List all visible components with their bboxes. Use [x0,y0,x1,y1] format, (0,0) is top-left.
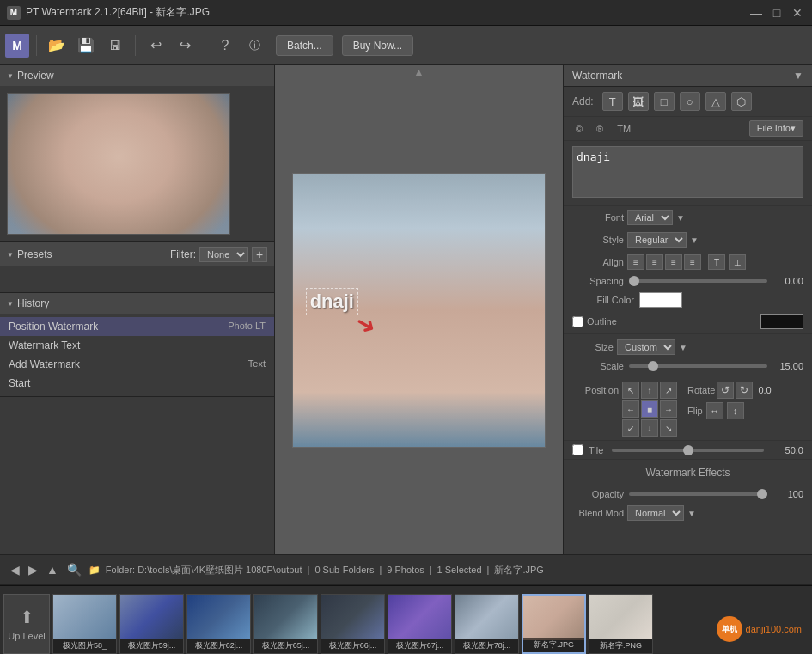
film-thumb-7[interactable]: 新名字.JPG [522,594,586,654]
pos-tl-button[interactable]: ↖ [622,382,639,399]
center-panel: ▲ dnaji ➜ [275,65,563,554]
outline-color-picker[interactable] [760,314,803,329]
pos-br-button[interactable]: ↘ [660,419,677,437]
film-thumb-3[interactable]: 极光图片65j... [253,594,318,654]
filter-label: Filter: [170,248,196,260]
film-thumb-img-0 [53,595,116,639]
title-controls: — □ ✕ [748,5,805,21]
opacity-slider[interactable] [629,492,767,496]
tile-checkbox[interactable] [572,444,583,455]
film-thumb-img-4 [321,595,384,639]
registered-symbol-button[interactable]: ® [593,122,607,136]
copyright-symbol-button[interactable]: © [572,122,586,136]
minimize-button[interactable]: — [748,5,764,21]
pos-bc-button[interactable]: ↓ [641,419,658,437]
film-thumb-4[interactable]: 极光图片66j... [321,594,385,654]
batch-button[interactable]: Batch... [276,35,333,56]
rotate-ccw-button[interactable]: ↺ [717,382,734,399]
pos-mc-button[interactable]: ■ [641,400,658,418]
align-right-button[interactable]: ≡ [665,254,682,270]
folder-path: Folder: D:\tools\桌面\4K壁纸图片 1080P\output [106,564,302,577]
help-button[interactable]: ? [212,33,238,58]
watermark-text-input[interactable]: dnaji [572,146,803,198]
pos-mr-button[interactable]: → [660,400,677,418]
pos-tr-button[interactable]: ↗ [660,382,677,399]
undo-button[interactable]: ↩ [143,33,168,58]
toolbar-separator-2 [135,35,136,56]
folder-icon: 📁 [89,565,101,576]
outline-checkbox[interactable] [572,316,583,327]
style-arrow: ▼ [690,235,699,245]
fill-color-picker[interactable] [639,292,682,308]
main-layout: ▼ Preview ▼ Presets Filter: None + [0,65,812,554]
align-left-button[interactable]: ≡ [627,254,644,270]
size-select[interactable]: Custom [617,339,675,355]
film-thumb-8[interactable]: 新名字.PNG [589,594,653,654]
up-level-button[interactable]: ⬆ Up Level [3,594,50,654]
maximize-button[interactable]: □ [769,5,785,21]
film-thumb-label-3: 极光图片65j... [254,639,317,653]
open-button[interactable]: 📂 [44,33,70,58]
vertical-bottom-button[interactable]: ⊥ [729,254,746,270]
nav-forward-button[interactable]: ▶ [27,563,40,577]
outline-row: Outline [564,311,812,332]
history-item-2[interactable]: Add Watermark Text [0,355,274,374]
pos-tc-button[interactable]: ↑ [641,382,658,399]
save-button[interactable]: 💾 [73,33,99,58]
pos-ml-button[interactable]: ← [622,400,639,418]
style-select[interactable]: Regular [627,232,687,248]
trademark-symbol-button[interactable]: TM [614,122,634,136]
film-thumb-1[interactable]: 极光图片59j... [119,594,184,654]
flip-v-button[interactable]: ↕ [727,402,744,419]
nav-up-button[interactable]: ▲ [45,563,60,577]
align-center-button[interactable]: ≡ [646,254,663,270]
spacing-slider[interactable] [629,279,767,283]
buy-now-button[interactable]: Buy Now... [342,35,413,56]
effects-title: Watermark Effects [572,463,803,482]
add-image-button[interactable]: 🖼 [628,92,649,111]
tile-slider[interactable] [612,449,764,452]
history-item-0[interactable]: Position Watermark Photo LT [0,317,274,336]
presets-area [0,266,274,292]
film-thumb-5[interactable]: 极光图片67j... [388,594,452,654]
pos-bl-button[interactable]: ↙ [622,419,639,437]
filter-select[interactable]: None [199,247,248,262]
film-thumb-6[interactable]: 极光图片78j... [455,594,519,654]
preview-header[interactable]: ▼ Preview [0,65,274,86]
vertical-top-button[interactable]: T [708,254,725,270]
add-rect-button[interactable]: □ [654,92,675,111]
align-justify-button[interactable]: ≡ [684,254,701,270]
flip-h-button[interactable]: ↔ [706,402,723,419]
film-thumb-2[interactable]: 极光图片62j... [186,594,251,654]
history-item-1[interactable]: Watermark Text [0,336,274,355]
selected-count: 1 Selected [437,565,482,575]
add-text-button[interactable]: T [602,92,623,111]
rotate-cw-button[interactable]: ↻ [736,382,753,399]
up-level-label: Up Level [8,631,45,641]
add-triangle-button[interactable]: △ [705,92,726,111]
file-info-button[interactable]: File Info▾ [749,120,803,137]
align-row: Align ≡ ≡ ≡ ≡ T ⊥ [564,251,812,273]
redo-button[interactable]: ↪ [172,33,198,58]
watermark-text-overlay[interactable]: dnaji [306,288,358,315]
info-button[interactable]: ⓘ [241,33,267,58]
film-thumb-0[interactable]: 极光图片58_ [52,594,117,654]
center-top-arrow[interactable]: ▲ [413,65,425,79]
save-as-button[interactable]: 🖫 [102,33,128,58]
add-hexagon-button[interactable]: ⬡ [731,92,752,111]
rotate-section: Rotate ↺ ↻ 0.0 Flip ↔ ↕ [687,382,772,419]
presets-section: ▼ Presets Filter: None + [0,242,274,293]
blend-mode-select[interactable]: Normal [627,505,684,521]
history-header[interactable]: ▼ History [0,293,274,314]
font-select[interactable]: Arial [627,210,673,225]
add-preset-button[interactable]: + [252,247,267,262]
scale-slider[interactable] [629,364,767,368]
add-circle-button[interactable]: ○ [680,92,700,111]
presets-header[interactable]: ▼ Presets Filter: None + [0,242,274,266]
close-button[interactable]: ✕ [790,5,805,21]
search-button[interactable]: 🔍 [65,563,83,577]
history-item-3[interactable]: Start [0,374,274,393]
left-panel: ▼ Preview ▼ Presets Filter: None + [0,65,275,554]
nav-back-button[interactable]: ◀ [9,563,21,577]
text-area-wrap: dnaji [564,141,812,206]
